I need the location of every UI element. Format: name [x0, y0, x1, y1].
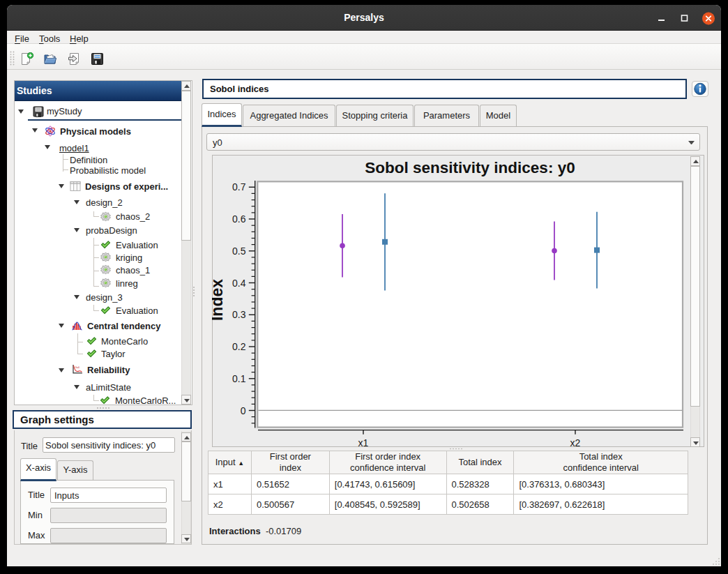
- svg-text:Index: Index: [212, 279, 226, 321]
- svg-text:0.5: 0.5: [232, 246, 246, 257]
- svg-text:x2: x2: [570, 437, 581, 448]
- svg-text:G=0: G=0: [75, 366, 80, 369]
- svg-text:0.2: 0.2: [232, 341, 246, 352]
- svg-text:0.1: 0.1: [232, 373, 246, 384]
- svg-text:0: 0: [241, 405, 246, 416]
- svg-text:0.6: 0.6: [232, 213, 246, 225]
- svg-text:0.3: 0.3: [232, 309, 246, 320]
- svg-text:x1: x1: [358, 437, 369, 448]
- svg-text:0.4: 0.4: [232, 278, 246, 289]
- svg-text:0.7: 0.7: [232, 181, 246, 192]
- svg-text:Sobol sensitivity indices: y0: Sobol sensitivity indices: y0: [365, 159, 575, 176]
